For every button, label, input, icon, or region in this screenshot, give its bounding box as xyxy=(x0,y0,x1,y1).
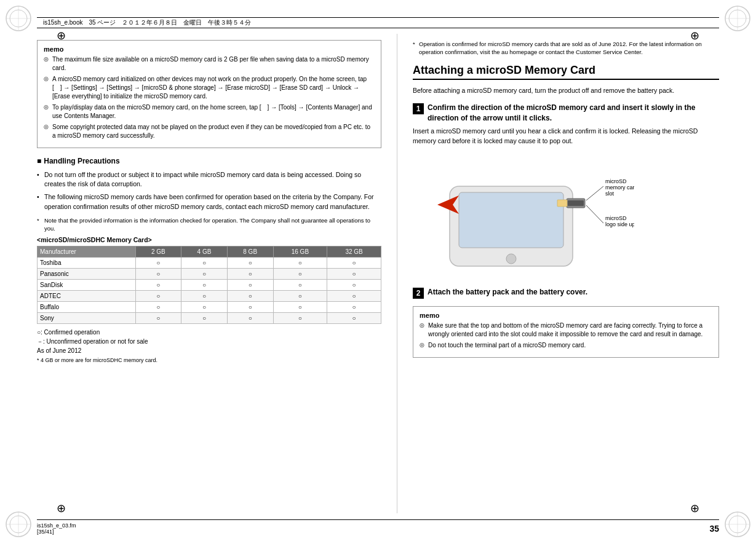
svg-rect-21 xyxy=(557,200,567,207)
right-memo-title: memo xyxy=(420,312,712,319)
table-header-4gb: 4 GB xyxy=(181,246,228,258)
memo-item-2: A microSD memory card initialized on oth… xyxy=(44,75,375,101)
right-column: Operation is confirmed for microSD memor… xyxy=(413,34,719,513)
step-2-title: Attach the battery pack and the battery … xyxy=(428,287,719,298)
bottom-bar: is15sh_e_03.fm [35/41] 35 xyxy=(37,519,719,535)
bottom-left-text: is15sh_e_03.fm [35/41] xyxy=(37,522,76,535)
table-header-2gb: 2 GB xyxy=(135,246,181,258)
table-row: SanDisk○○○○○ xyxy=(38,280,381,291)
table-row: ADTEC○○○○○ xyxy=(38,291,381,302)
step-1-number: 1 xyxy=(413,103,424,114)
footnote: Note that the provided information is th… xyxy=(37,216,381,233)
top-bar: is15sh_e.book 35 ページ ２０１２年６月８日 金曜日 午後３時５… xyxy=(37,17,719,28)
attaching-section-heading: Attaching a microSD Memory Card xyxy=(413,64,719,80)
small-note: * 4 GB or more are for microSDHC memory … xyxy=(37,357,381,363)
svg-rect-17 xyxy=(459,192,563,248)
table-row: Sony○○○○○ xyxy=(38,313,381,324)
corner-decoration-tl xyxy=(3,3,34,35)
step-2-number: 2 xyxy=(413,288,424,299)
left-column: memo The maximum file size available on … xyxy=(37,34,381,513)
table-header-16gb: 16 GB xyxy=(273,246,327,258)
step-1-desc: Insert a microSD memory card until you h… xyxy=(413,127,719,145)
handling-precautions-heading: Handling Precautions xyxy=(37,157,381,165)
corner-decoration-tr xyxy=(722,3,753,35)
corner-decoration-bl xyxy=(3,509,34,541)
step-1-title: Confirm the direction of the microSD mem… xyxy=(428,103,719,124)
svg-text:microSD: microSD xyxy=(605,178,627,184)
svg-text:slot: slot xyxy=(605,191,615,197)
table-row: Panasonic○○○○○ xyxy=(38,269,381,280)
right-memo-item-1: Make sure that the top and bottom of the… xyxy=(420,321,712,339)
memo-item-3: To play/display data on the microSD memo… xyxy=(44,103,375,120)
table-title: <microSD/microSDHC Memory Card> xyxy=(37,236,381,243)
svg-line-23 xyxy=(586,205,603,223)
svg-rect-20 xyxy=(568,200,584,206)
bullet-list: Do not turn off the product or subject i… xyxy=(37,170,381,211)
memory-table: Manufacturer 2 GB 4 GB 8 GB 16 GB 32 GB … xyxy=(37,246,381,324)
diagram-container: microSD memory card slot microSD logo si… xyxy=(425,149,719,280)
bullet-item-1: Do not turn off the product or subject i… xyxy=(37,170,381,189)
memo-title: memo xyxy=(44,45,375,53)
asterisk-note: Operation is confirmed for microSD memor… xyxy=(413,40,719,57)
memo-box-right: memo Make sure that the top and bottom o… xyxy=(413,306,719,358)
intro-text: Before attaching a microSD memory card, … xyxy=(413,86,719,95)
corner-decoration-br xyxy=(722,509,753,541)
step-2: 2 Attach the battery pack and the batter… xyxy=(413,287,719,299)
table-header-8gb: 8 GB xyxy=(227,246,273,258)
page-number: 35 xyxy=(709,524,719,534)
table-row: Toshiba○○○○○ xyxy=(38,258,381,269)
bullet-item-2: The following microSD memory cards have … xyxy=(37,192,381,211)
step-2-header: 2 Attach the battery pack and the batter… xyxy=(413,287,719,299)
memo-box-top: memo The maximum file size available on … xyxy=(37,40,381,148)
right-memo-item-2: Do not touch the terminal part of a micr… xyxy=(420,341,712,350)
memo-item-4: Some copyright protected data may not be… xyxy=(44,123,375,140)
microsd-diagram: microSD memory card slot microSD logo si… xyxy=(425,149,634,278)
table-header-32gb: 32 GB xyxy=(327,246,381,258)
svg-text:memory card: memory card xyxy=(605,184,634,191)
top-bar-text: is15sh_e.book 35 ページ ２０１２年６月８日 金曜日 午後３時５… xyxy=(43,18,251,27)
svg-text:microSD: microSD xyxy=(605,215,627,221)
svg-line-22 xyxy=(586,186,603,200)
content-wrapper: memo The maximum file size available on … xyxy=(37,34,719,513)
table-header-manufacturer: Manufacturer xyxy=(38,246,136,258)
legend: ○: Confirmed operation －: Unconfirmed op… xyxy=(37,328,381,355)
center-divider xyxy=(397,34,397,513)
svg-text:logo side up: logo side up xyxy=(605,221,634,227)
step-1: 1 Confirm the direction of the microSD m… xyxy=(413,103,719,280)
step-1-header: 1 Confirm the direction of the microSD m… xyxy=(413,103,719,124)
table-row: Buffalo○○○○○ xyxy=(38,302,381,313)
svg-point-29 xyxy=(506,254,516,264)
memo-item-1: The maximum file size available on a mic… xyxy=(44,55,375,73)
